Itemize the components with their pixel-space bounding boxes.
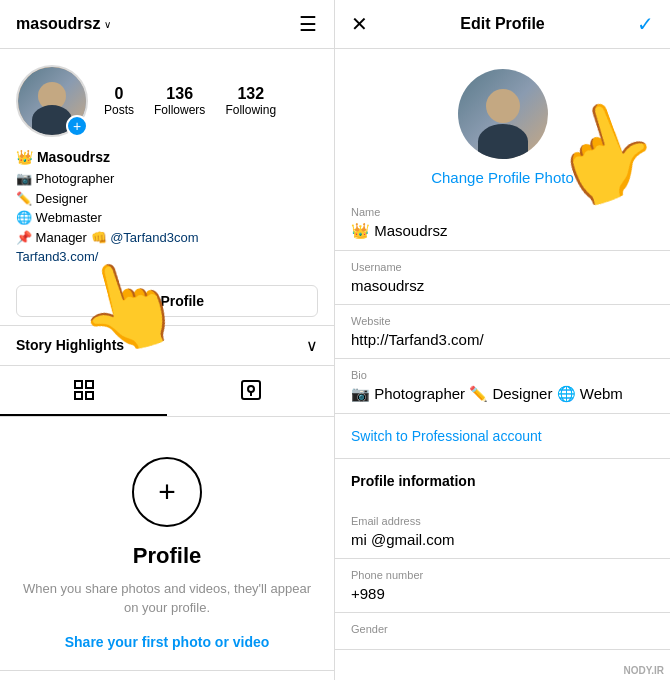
bio-designer: ✏️ Designer (16, 189, 318, 209)
story-highlights-chevron-icon[interactable]: ∨ (306, 336, 318, 355)
add-photo-button[interactable]: + (132, 457, 202, 527)
tab-tagged[interactable] (167, 366, 334, 416)
gender-field[interactable]: Gender (335, 613, 670, 650)
edit-profile-button[interactable]: Edit Profile (16, 285, 318, 317)
bio-manager: 📌 Manager 👊 @Tarfand3com (16, 228, 318, 248)
following-count: 132 (237, 85, 264, 103)
website-value: http://Tarfand3.com/ (351, 331, 654, 348)
left-header: masoudrsz ∨ ☰ (0, 0, 334, 49)
profile-section: + 0 Posts 136 Followers 132 Following (0, 49, 334, 149)
name-field[interactable]: Name 👑 Masoudrsz (335, 196, 670, 251)
profile-photo-section: Change Profile Photo (335, 49, 670, 196)
followers-stat[interactable]: 136 Followers (154, 85, 205, 117)
profile-empty-title: Profile (133, 543, 201, 569)
name-label: Name (351, 206, 654, 218)
username-field[interactable]: Username masoudrsz (335, 251, 670, 305)
bio-webmaster: 🌐 Webmaster (16, 208, 318, 228)
phone-label: Phone number (351, 569, 654, 581)
username-area[interactable]: masoudrsz ∨ (16, 15, 111, 33)
edit-profile-title: Edit Profile (460, 15, 544, 33)
profile-empty-desc: When you share photos and videos, they'l… (20, 579, 314, 618)
gender-label: Gender (351, 623, 654, 635)
username-value: masoudrsz (351, 277, 654, 294)
profile-info: 👑 Masoudrsz 📷 Photographer ✏️ Designer 🌐… (0, 149, 334, 277)
profile-empty-section: + Profile When you share photos and vide… (0, 417, 334, 670)
chevron-down-icon: ∨ (104, 19, 111, 30)
followers-label: Followers (154, 103, 205, 117)
bio-field[interactable]: Bio 📷 Photographer ✏️ Designer 🌐 Webm (335, 359, 670, 414)
add-story-button[interactable]: + (66, 115, 88, 137)
display-name: 👑 Masoudrsz (16, 149, 318, 165)
edit-profile-header: ✕ Edit Profile ✓ (335, 0, 670, 49)
hamburger-menu-icon[interactable]: ☰ (299, 12, 318, 36)
posts-label: Posts (104, 103, 134, 117)
website-field[interactable]: Website http://Tarfand3.com/ (335, 305, 670, 359)
svg-rect-1 (86, 381, 93, 388)
followers-count: 136 (166, 85, 193, 103)
username-text: masoudrsz (16, 15, 100, 33)
story-highlights-label: Story Highlights (16, 337, 124, 353)
stats-row: 0 Posts 136 Followers 132 Following (104, 85, 276, 117)
change-photo-button[interactable]: Change Profile Photo (431, 169, 574, 186)
following-stat[interactable]: 132 Following (225, 85, 276, 117)
phone-value: +989 (351, 585, 654, 602)
posts-stat: 0 Posts (104, 85, 134, 117)
email-value: mi @gmail.com (351, 531, 654, 548)
svg-rect-4 (242, 381, 260, 399)
bio-value: 📷 Photographer ✏️ Designer 🌐 Webm (351, 385, 654, 403)
watermark: NODY.IR (623, 665, 664, 676)
tabs-row (0, 365, 334, 417)
svg-rect-0 (75, 381, 82, 388)
bio-website[interactable]: Tarfand3.com/ (16, 247, 318, 267)
email-label: Email address (351, 515, 654, 527)
username-label: Username (351, 261, 654, 273)
bio-label: Bio (351, 369, 654, 381)
avatar-container[interactable]: + (16, 65, 88, 137)
close-button[interactable]: ✕ (351, 12, 368, 36)
share-first-photo-link[interactable]: Share your first photo or video (65, 634, 270, 650)
confirm-button[interactable]: ✓ (637, 12, 654, 36)
following-label: Following (225, 103, 276, 117)
bio-photographer: 📷 Photographer (16, 169, 318, 189)
email-field[interactable]: Email address mi @gmail.com (335, 505, 670, 559)
profile-avatar (458, 69, 548, 159)
profile-information-section: Profile information (335, 459, 670, 505)
website-label: Website (351, 315, 654, 327)
switch-to-professional-button[interactable]: Switch to Professional account (335, 414, 670, 459)
svg-rect-3 (86, 392, 93, 399)
name-value: 👑 Masoudrsz (351, 222, 654, 240)
tab-grid[interactable] (0, 366, 167, 416)
bottom-nav (0, 670, 334, 681)
story-highlights-header: Story Highlights ∨ (0, 325, 334, 365)
edit-profile-body: Change Profile Photo Name 👑 Masoudrsz Us… (335, 49, 670, 680)
right-panel: ✕ Edit Profile ✓ Change Profile Photo Na… (335, 0, 670, 680)
svg-rect-2 (75, 392, 82, 399)
profile-info-title: Profile information (351, 473, 654, 489)
posts-count: 0 (115, 85, 124, 103)
svg-point-5 (248, 386, 254, 392)
phone-field[interactable]: Phone number +989 (335, 559, 670, 613)
